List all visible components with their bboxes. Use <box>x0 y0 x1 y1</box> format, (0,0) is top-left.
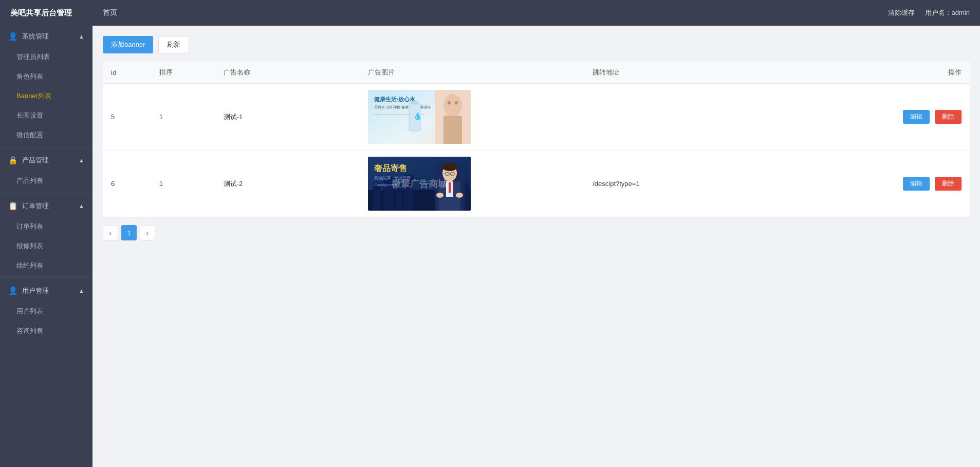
cell-url-1 <box>584 84 825 151</box>
pagination-next[interactable]: › <box>140 225 155 240</box>
clear-cache-button[interactable]: 清除缓存 <box>888 8 915 17</box>
app-logo: 美吧共享后台管理 <box>10 8 103 18</box>
svg-point-11 <box>455 101 458 105</box>
svg-point-8 <box>443 94 462 117</box>
table-row: 5 1 测试-1 <box>103 84 970 151</box>
cell-url-2: /descipt?type=1 <box>584 151 825 217</box>
sidebar-item-banner-list[interactable]: Banner列表 <box>0 86 93 106</box>
cell-id-1: 5 <box>103 84 151 151</box>
cell-name-1: 测试-1 <box>215 84 360 151</box>
add-banner-button[interactable]: 添加banner <box>103 36 153 53</box>
sidebar-group-system: 👤 系统管理 ▲ 管理员列表 角色列表 Banner列表 长图设置 微信配置 <box>0 26 93 145</box>
chevron-up-icon: ▲ <box>79 33 84 40</box>
sidebar-item-product-list[interactable]: 产品列表 <box>0 171 93 191</box>
col-header-action: 操作 <box>825 62 970 84</box>
cell-image-1: 健康生活·放心水 天然水·心旷神怡·健康好水·营养美味 ————————————… <box>360 84 584 151</box>
table-header-row: id 排序 广告名称 广告图片 跳转地址 操作 <box>103 62 970 84</box>
banner-1-svg: 健康生活·放心水 天然水·心旷神怡·健康好水·营养美味 ————————————… <box>368 90 471 144</box>
user-label: 用户名： <box>925 9 952 16</box>
header: 美吧共享后台管理 首页 清除缓存 用户名：admin <box>0 0 980 26</box>
sidebar-item-renew-list[interactable]: 续约列表 <box>0 256 93 275</box>
sidebar-group-header-user[interactable]: 👤 用户管理 ▲ <box>0 280 93 302</box>
sidebar-group-header-order[interactable]: 📋 订单管理 ▲ <box>0 195 93 217</box>
sidebar-group-label-order: 订单管理 <box>22 201 49 211</box>
sidebar-item-order-list[interactable]: 订单列表 <box>0 217 93 236</box>
sidebar-item-repair-list[interactable]: 报修列表 <box>0 236 93 256</box>
sidebar: 👤 系统管理 ▲ 管理员列表 角色列表 Banner列表 长图设置 微信配置 🔒… <box>0 26 93 467</box>
delete-button-2[interactable]: 删除 <box>935 177 961 191</box>
svg-text:天然水·心旷神怡·健康好水·营养美味: 天然水·心旷神怡·健康好水·营养美味 <box>374 105 431 109</box>
sidebar-group-header-product[interactable]: 🔒 产品管理 ▲ <box>0 150 93 171</box>
svg-point-10 <box>448 101 451 105</box>
svg-point-30 <box>436 193 443 198</box>
sidebar-group-user: 👤 用户管理 ▲ 用户列表 咨询列表 <box>0 280 93 341</box>
svg-rect-16 <box>396 185 402 211</box>
svg-text:💧: 💧 <box>413 112 422 121</box>
col-header-name: 广告名称 <box>215 62 360 84</box>
cell-image-2: 奢品寄售 高端品牌 · 专业托管 Consignment <box>360 151 584 217</box>
chevron-up-icon-product: ▲ <box>79 157 84 163</box>
chevron-up-icon-user: ▲ <box>79 288 84 294</box>
cell-id-2: 6 <box>103 151 151 217</box>
sidebar-item-wechat-config[interactable]: 微信配置 <box>0 125 93 145</box>
svg-text:高端品牌 · 专业托管: 高端品牌 · 专业托管 <box>374 176 411 180</box>
col-header-order: 排序 <box>151 62 215 84</box>
user-icon: 👤 <box>8 286 18 295</box>
cell-order-2: 1 <box>151 151 215 217</box>
svg-point-5 <box>411 101 419 105</box>
col-header-image: 广告图片 <box>360 62 584 84</box>
banner-image-2: 奢品寄售 高端品牌 · 专业托管 Consignment <box>368 157 471 211</box>
svg-point-26 <box>442 163 457 171</box>
banner-table: id 排序 广告名称 广告图片 跳转地址 操作 5 1 测试-1 <box>103 62 970 217</box>
banner-image-1: 健康生活·放心水 天然水·心旷神怡·健康好水·营养美味 ————————————… <box>368 90 471 144</box>
cell-action-2: 编辑 删除 <box>825 151 970 217</box>
header-nav: 首页 <box>103 8 888 17</box>
pagination-prev[interactable]: ‹ <box>103 225 118 240</box>
cell-action-1: 编辑 删除 <box>825 84 970 151</box>
header-user: 用户名：admin <box>925 8 970 17</box>
sidebar-item-user-list[interactable]: 用户列表 <box>0 302 93 321</box>
sidebar-group-label-user: 用户管理 <box>22 286 49 295</box>
sidebar-group-order: 📋 订单管理 ▲ 订单列表 报修列表 续约列表 <box>0 195 93 275</box>
toolbar: 添加banner 刷新 <box>103 36 970 53</box>
order-icon: 📋 <box>8 201 18 211</box>
pagination: ‹ 1 › <box>103 225 970 240</box>
username: admin <box>952 9 970 16</box>
sidebar-group-product: 🔒 产品管理 ▲ 产品列表 <box>0 150 93 191</box>
svg-text:健康生活·放心水: 健康生活·放心水 <box>374 96 416 102</box>
lock-icon: 🔒 <box>8 156 18 165</box>
main-content: 添加banner 刷新 id 排序 广告名称 广告图片 跳转地址 操作 <box>93 26 980 467</box>
sidebar-group-label-product: 产品管理 <box>22 156 49 165</box>
chevron-up-icon-order: ▲ <box>79 203 84 209</box>
svg-rect-9 <box>443 116 462 144</box>
sidebar-item-role-list[interactable]: 角色列表 <box>0 67 93 86</box>
svg-point-31 <box>456 193 463 198</box>
cell-name-2: 测试-2 <box>215 151 360 217</box>
svg-text:Consignment: Consignment <box>374 182 397 187</box>
cell-order-1: 1 <box>151 84 215 151</box>
edit-button-1[interactable]: 编辑 <box>903 110 930 124</box>
sidebar-group-label-system: 系统管理 <box>22 32 49 41</box>
svg-text:奢品寄售: 奢品寄售 <box>374 163 407 173</box>
sidebar-item-long-image[interactable]: 长图设置 <box>0 106 93 125</box>
svg-rect-29 <box>449 182 451 193</box>
person-icon: 👤 <box>8 32 18 41</box>
sidebar-group-header-system[interactable]: 👤 系统管理 ▲ <box>0 26 93 47</box>
main-layout: 👤 系统管理 ▲ 管理员列表 角色列表 Banner列表 长图设置 微信配置 🔒… <box>0 26 980 467</box>
banner-2-svg: 奢品寄售 高端品牌 · 专业托管 Consignment <box>368 157 471 211</box>
col-header-url: 跳转地址 <box>584 62 825 84</box>
col-header-id: id <box>103 62 151 84</box>
refresh-button[interactable]: 刷新 <box>158 36 189 53</box>
sidebar-item-consult-list[interactable]: 咨询列表 <box>0 321 93 341</box>
delete-button-1[interactable]: 删除 <box>935 110 961 124</box>
edit-button-2[interactable]: 编辑 <box>903 177 930 191</box>
breadcrumb: 首页 <box>103 8 117 17</box>
header-actions: 清除缓存 用户名：admin <box>888 8 970 17</box>
pagination-page-1[interactable]: 1 <box>121 225 137 240</box>
table-row: 6 1 测试-2 <box>103 151 970 217</box>
sidebar-item-admin-list[interactable]: 管理员列表 <box>0 47 93 67</box>
